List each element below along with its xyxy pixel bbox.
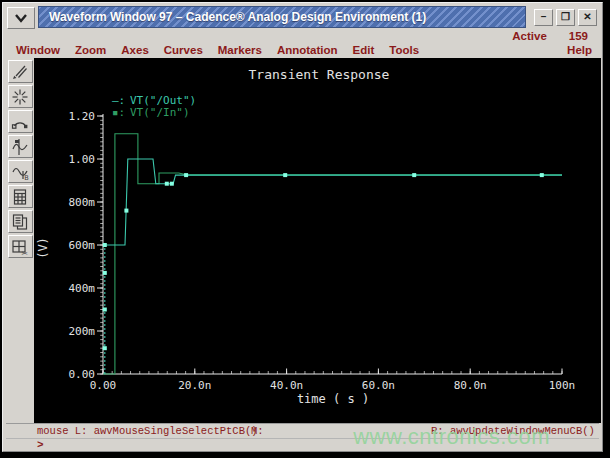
trace-marker (184, 173, 188, 177)
trace-marker (103, 308, 107, 312)
y-tick-label: 1.20 (69, 110, 96, 123)
starburst-button[interactable] (8, 85, 33, 108)
probe-pen-icon (10, 62, 30, 82)
window-menu-button[interactable] (7, 7, 35, 29)
x-axis-label: time ( s ) (297, 392, 369, 406)
minimize-icon: – (541, 12, 547, 22)
y-tick-label: 600m (69, 239, 96, 252)
trace-marker (283, 173, 287, 177)
x-tick-label: 0.00 (90, 379, 117, 392)
trace-marker (170, 182, 174, 186)
status-mouse-right: R: awvUpdateWindowMenuCB() (431, 425, 595, 437)
close-icon: ✕ (583, 12, 591, 22)
arc-tool-icon (10, 112, 30, 132)
trace-marker (412, 173, 416, 177)
menu-help[interactable]: Help (567, 44, 592, 56)
plot-title: Transient Response (249, 67, 390, 82)
menu-axes[interactable]: Axes (121, 44, 149, 56)
legend-label[interactable]: VT("/In") (130, 106, 190, 119)
maximize-icon: ❐ (561, 12, 570, 22)
trace-marker (103, 346, 107, 350)
split-window-icon: ✂ (10, 237, 30, 257)
trace-marker (103, 271, 107, 275)
status-bar: mouse L: awvMouseSingleSelectPtCB() M: R… (6, 423, 599, 438)
close-button[interactable]: ✕ (578, 9, 597, 26)
status-mouse-middle: M: (251, 425, 264, 437)
waveform-window: Waveform Window 97 – Cadence® Analog Des… (2, 2, 603, 452)
waveform-marker-b-icon: B (10, 162, 30, 182)
trace-marker (540, 173, 544, 177)
menu-markers[interactable]: Markers (218, 44, 262, 56)
waveform-marker-a-button[interactable] (8, 135, 33, 158)
command-prompt: > (37, 439, 44, 451)
calculator-button[interactable] (8, 185, 33, 208)
x-tick-label: 100n (549, 379, 576, 392)
menu-curves[interactable]: Curves (164, 44, 203, 56)
svg-text:B: B (24, 174, 28, 182)
y-tick-label: 800m (69, 196, 96, 209)
menu-window[interactable]: Window (16, 44, 60, 56)
trace-out[interactable] (105, 159, 562, 245)
minimize-button[interactable]: – (534, 9, 553, 26)
copy-window-icon (10, 212, 30, 232)
copy-window-button[interactable] (8, 210, 33, 233)
toolbar: B✂ (6, 58, 34, 423)
menu-tools[interactable]: Tools (389, 44, 419, 56)
plot-canvas[interactable]: 0.00200m400m600m800m1.001.200.0020.0n40.… (34, 58, 601, 423)
titlebar-row: Waveform Window 97 – Cadence® Analog Des… (6, 6, 599, 28)
trace-marker (124, 209, 128, 213)
waveform-marker-b-button[interactable]: B (8, 160, 33, 183)
titlebar[interactable]: Waveform Window 97 – Cadence® Analog Des… (38, 6, 526, 28)
waveform-marker-a-icon (10, 137, 30, 157)
menu-zoom[interactable]: Zoom (75, 44, 106, 56)
chevron-down-icon (13, 12, 29, 24)
main-area: B✂ 0.00200m400m600m800m1.001.200.0020.0n… (6, 58, 601, 423)
menu-edit[interactable]: Edit (353, 44, 375, 56)
trace-marker (165, 182, 169, 186)
y-tick-label: 200m (69, 325, 96, 338)
probe-pen-button[interactable] (8, 60, 33, 83)
window-title: Waveform Window 97 – Cadence® Analog Des… (49, 10, 426, 24)
menubar: WindowZoomAxesCurvesMarkersAnnotationEdi… (16, 42, 592, 57)
command-line[interactable]: > (6, 438, 599, 452)
split-window-button[interactable]: ✂ (8, 235, 33, 258)
calculator-icon (10, 187, 30, 207)
y-axis-label: (V) (36, 237, 50, 259)
arc-tool-button[interactable] (8, 110, 33, 133)
starburst-icon (10, 87, 30, 107)
y-tick-label: 1.00 (69, 153, 96, 166)
trace-in[interactable] (103, 134, 562, 374)
y-tick-label: 400m (69, 282, 96, 295)
maximize-button[interactable]: ❐ (556, 9, 575, 26)
trace-marker (103, 243, 107, 247)
menu-annotation[interactable]: Annotation (277, 44, 338, 56)
x-tick-label: 20.0n (178, 379, 211, 392)
legend-glyph: ▪: (112, 106, 125, 119)
window-controls: – ❐ ✕ (526, 6, 599, 28)
x-tick-label: 80.0n (454, 379, 487, 392)
x-tick-label: 60.0n (362, 379, 395, 392)
x-tick-label: 40.0n (270, 379, 303, 392)
svg-text:✂: ✂ (22, 248, 28, 257)
status-mouse-left: mouse L: awvMouseSingleSelectPtCB() (37, 425, 258, 437)
